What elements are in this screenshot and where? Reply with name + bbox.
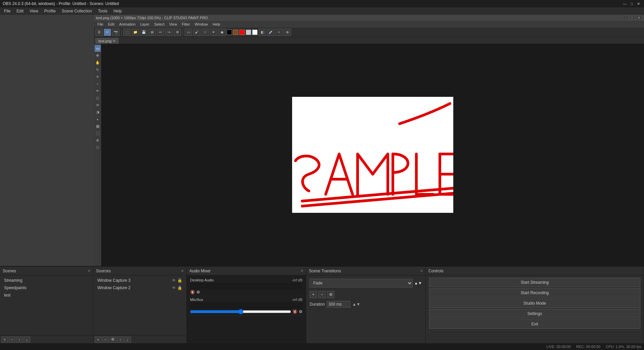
toolbar-brush-icon[interactable]: ✏ bbox=[104, 29, 111, 36]
csp-tool-gradient[interactable]: ▦ bbox=[95, 123, 101, 129]
scenes-remove-btn[interactable]: − bbox=[9, 337, 15, 343]
source-item-wc2[interactable]: Window Capture 2 👁 🔒 bbox=[95, 284, 185, 291]
toolbar-pen-icon[interactable]: ✒ bbox=[210, 29, 217, 36]
scenes-close-icon[interactable]: ✕ bbox=[88, 269, 90, 273]
menu-scene-collection[interactable]: Scene Collection bbox=[59, 8, 95, 14]
transition-remove-btn[interactable]: − bbox=[318, 291, 326, 298]
desktop-settings-icon[interactable]: ⚙ bbox=[196, 290, 200, 295]
csp-tool-eyedrop[interactable]: ⌁ bbox=[95, 80, 101, 87]
toolbar-redo-icon[interactable]: ↪ bbox=[165, 29, 173, 36]
toolbar-transform-icon[interactable]: ⊞ bbox=[148, 29, 156, 36]
csp-menu-help[interactable]: Help bbox=[211, 22, 222, 27]
csp-tool-eraser[interactable]: ◻ bbox=[95, 94, 101, 101]
mic-settings-icon[interactable]: ⚙ bbox=[299, 309, 303, 314]
color-white[interactable] bbox=[252, 30, 258, 35]
csp-maximize[interactable]: □ bbox=[630, 16, 635, 20]
csp-menu-view[interactable]: View bbox=[167, 22, 179, 27]
exit-button[interactable]: Exit bbox=[429, 319, 640, 329]
lock-icon-wc3[interactable]: 🔒 bbox=[177, 278, 182, 283]
toolbar-menu-icon[interactable]: ☰ bbox=[95, 29, 103, 36]
toolbar-settings-icon[interactable]: ⚙ bbox=[174, 29, 181, 36]
csp-tool-magic[interactable]: ✳ bbox=[95, 73, 101, 80]
transitions-panel-header[interactable]: Scene Transitions ✕ bbox=[306, 267, 426, 275]
settings-button[interactable]: Settings bbox=[429, 309, 640, 318]
controls-panel-header[interactable]: Controls bbox=[426, 267, 644, 275]
csp-menu-window[interactable]: Window bbox=[193, 22, 210, 27]
csp-tab-close[interactable]: ✕ bbox=[113, 39, 116, 43]
toolbar-marquee-icon[interactable]: ▭ bbox=[185, 29, 192, 36]
csp-tool-shape[interactable]: ⬛ bbox=[95, 130, 101, 137]
toolbar-circle-icon[interactable]: ◉ bbox=[218, 29, 226, 36]
scene-item-test[interactable]: test bbox=[1, 291, 92, 299]
studio-mode-button[interactable]: Studio Mode bbox=[429, 299, 640, 308]
menu-tools[interactable]: Tools bbox=[95, 8, 110, 14]
scenes-add-btn[interactable]: + bbox=[1, 337, 8, 343]
maximize-button[interactable]: □ bbox=[629, 2, 634, 6]
csp-menu-filter[interactable]: Filter bbox=[180, 22, 192, 27]
scene-item-streaming[interactable]: Streaming bbox=[1, 277, 92, 284]
sources-up-btn[interactable]: ↑ bbox=[117, 337, 124, 343]
eye-icon-wc3[interactable]: 👁 bbox=[172, 278, 176, 283]
duration-spinner-icon[interactable]: ▲▼ bbox=[352, 302, 360, 307]
color-red[interactable] bbox=[239, 30, 245, 35]
csp-tool-blend[interactable]: ≋ bbox=[95, 102, 101, 108]
csp-close[interactable]: ✕ bbox=[636, 16, 642, 20]
menu-help[interactable]: Help bbox=[111, 8, 125, 14]
minimize-button[interactable]: — bbox=[622, 2, 628, 6]
toolbar-undo-icon[interactable]: ↩ bbox=[157, 29, 164, 36]
csp-menu-select[interactable]: Select bbox=[152, 22, 167, 27]
csp-tool-fill[interactable]: ⬧ bbox=[95, 116, 101, 122]
csp-tool-pan[interactable]: ✋ bbox=[95, 59, 101, 66]
start-recording-button[interactable]: Start Recording bbox=[429, 288, 640, 298]
mic-mute-icon[interactable]: 🔇 bbox=[292, 309, 297, 314]
toolbar-paint-icon[interactable]: 🖌 bbox=[193, 29, 200, 36]
sources-add-btn[interactable]: + bbox=[95, 337, 101, 343]
csp-menu-edit[interactable]: Edit bbox=[106, 22, 117, 27]
sources-close-icon[interactable]: ✕ bbox=[181, 269, 184, 273]
transitions-close-icon[interactable]: ✕ bbox=[420, 269, 423, 273]
csp-tool-bucket[interactable]: ⬡ bbox=[95, 144, 101, 151]
csp-tool-pen[interactable]: ✒ bbox=[95, 87, 101, 94]
toolbar-eyedrop-icon[interactable]: 💉 bbox=[267, 29, 274, 36]
scenes-down-btn[interactable]: ↓ bbox=[24, 337, 30, 343]
sources-down-btn[interactable]: ↓ bbox=[124, 337, 131, 343]
csp-minimize[interactable]: − bbox=[623, 16, 628, 20]
csp-menu-animation[interactable]: Animation bbox=[117, 22, 138, 27]
sources-panel-header[interactable]: Sources ✕ bbox=[93, 267, 187, 275]
toolbar-extra-icon[interactable]: ⊕ bbox=[284, 29, 291, 36]
csp-tool-move[interactable]: ✥ bbox=[95, 52, 101, 59]
audio-panel-header[interactable]: Audio Mixer ✕ bbox=[187, 267, 306, 275]
lock-icon-wc2[interactable]: 🔒 bbox=[177, 285, 182, 290]
csp-tool-dodge[interactable]: ◑ bbox=[95, 109, 101, 115]
audio-close-icon[interactable]: ✕ bbox=[301, 269, 303, 273]
source-item-wc3[interactable]: Window Capture 3 👁 🔒 bbox=[95, 277, 185, 284]
scene-item-speedpaints[interactable]: Speedpaints bbox=[1, 284, 92, 291]
transition-add-btn[interactable]: + bbox=[310, 291, 317, 298]
eye-icon-wc2[interactable]: 👁 bbox=[172, 285, 176, 290]
csp-tool-rotate[interactable]: ↻ bbox=[95, 66, 101, 73]
transition-select[interactable]: Fade bbox=[310, 279, 413, 287]
toolbar-camera-icon[interactable]: 📷 bbox=[112, 29, 120, 36]
toolbar-ruler-icon[interactable]: □ bbox=[201, 29, 209, 36]
close-button[interactable]: ✕ bbox=[636, 2, 641, 6]
menu-view[interactable]: View bbox=[27, 8, 41, 14]
color-brown[interactable] bbox=[233, 30, 238, 35]
scenes-up-btn[interactable]: ↑ bbox=[16, 337, 23, 343]
color-black[interactable] bbox=[227, 30, 232, 35]
toolbar-save-icon[interactable]: 💾 bbox=[140, 29, 147, 36]
start-streaming-button[interactable]: Start Streaming bbox=[429, 278, 640, 287]
menu-profile[interactable]: Profile bbox=[42, 8, 58, 14]
toolbar-smudge-icon[interactable]: ≈ bbox=[275, 29, 283, 36]
desktop-mute-icon[interactable]: 🔇 bbox=[190, 290, 195, 295]
csp-menu-file[interactable]: File bbox=[95, 22, 105, 27]
menu-edit[interactable]: Edit bbox=[14, 8, 26, 14]
menu-file[interactable]: File bbox=[1, 8, 13, 14]
toolbar-select-icon[interactable]: ⬚ bbox=[123, 29, 131, 36]
csp-tool-add[interactable]: ⊕ bbox=[95, 137, 101, 144]
transition-gear-btn[interactable]: ⚙ bbox=[327, 291, 334, 298]
color-light-grey[interactable] bbox=[246, 30, 251, 35]
csp-tool-select[interactable]: ▭ bbox=[95, 45, 101, 52]
mic-aux-slider[interactable] bbox=[190, 310, 291, 314]
sources-remove-btn[interactable]: − bbox=[102, 337, 109, 343]
duration-input[interactable] bbox=[327, 301, 350, 308]
